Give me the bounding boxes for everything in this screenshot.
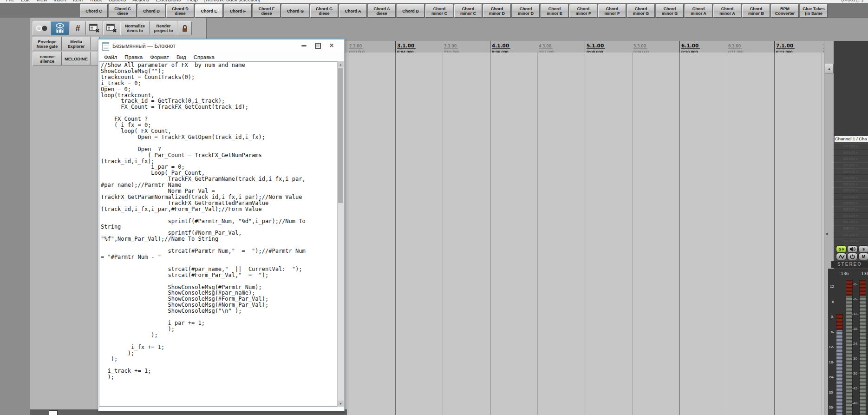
mixer-send-slot[interactable]: SEND ▸ [834,162,868,169]
ruler-mark: 3.3.00 0:05.000 [443,41,489,53]
chord-button[interactable]: Chord minor B [742,4,770,18]
mixer-send-slot[interactable]: SEND ▸ [834,194,868,200]
ruler-mark: 3.1.00 0:04.000 [395,41,443,53]
notepad-menu-item[interactable]: Правка [121,54,146,60]
chord-button[interactable]: Chord G diese [310,4,338,18]
send-fx-button[interactable]: S [836,245,847,253]
mute-button[interactable]: M [858,253,868,260]
meter-scale-label-left: 18- [828,360,834,364]
notepad-menu-item[interactable]: Формат [146,54,173,60]
mixer-send-slot[interactable]: SEND ▸ [834,200,868,206]
mixer-send-slot[interactable]: SEND ▸ [834,187,868,194]
phase-button[interactable] [836,253,847,260]
send-arrow-icon: ▸ [856,170,859,173]
mixer-send-slot[interactable]: SEND ▸ [834,231,868,238]
chord-button-label-line1: Chord A [373,7,390,11]
close-floating-window-button-1[interactable] [86,21,103,35]
chord-button[interactable]: Chord minor A [713,4,741,18]
notepad-scrollbar[interactable]: ▲ ▼ [337,61,344,407]
media-explorer-button[interactable]: Media Explorer [62,37,91,51]
render-project-button[interactable]: Render project to [150,21,177,35]
docker-toggle-button[interactable] [51,21,69,35]
mixer-send-slot[interactable]: SEND ▸ [834,168,868,175]
chord-button[interactable]: BPM Converter [771,4,799,18]
chord-button[interactable]: Chord minor C [454,4,482,18]
send-arrow-icon: ▸ [856,233,859,237]
minimize-button[interactable] [298,41,310,50]
chord-button[interactable]: Chord G [281,4,309,18]
speaker-button[interactable] [847,245,858,253]
power-button[interactable] [847,253,858,260]
chord-button[interactable]: Chord C diese [109,4,137,18]
chord-button[interactable]: Chord minor G [656,4,684,18]
send-arrow-icon: ▸ [856,220,859,224]
scrollbar-thumb[interactable] [338,68,343,203]
normalize-items-button[interactable]: Normalize items to [120,21,150,35]
chord-button[interactable]: Chord A diese [368,4,396,18]
mixer-send-slot[interactable]: SEND ▸ [834,156,868,162]
scroll-up-icon[interactable]: ▲ [338,61,344,67]
chord-buttons-row: Chord C Chord C diese Chord D Chord D di… [80,4,828,18]
send-arrow-icon: ▸ [856,214,859,217]
melodine-button[interactable]: MELODINE [62,52,91,66]
chord-button[interactable]: Chord C [80,4,108,18]
mixer-send-slot[interactable]: SEND ▸ [834,181,868,188]
close-button[interactable]: ✕ [326,41,338,50]
send-label: SEND [843,214,855,218]
chord-button[interactable]: Chord D [137,4,165,18]
chord-button[interactable]: Glue Takes (in Same [800,4,828,18]
chord-button[interactable]: Chord E [195,4,223,18]
notepad-menu-item[interactable]: Справка [190,54,218,60]
mixer-send-slot[interactable]: SEND ▸ [834,219,868,225]
mixer-send-slot[interactable]: SEND ▸ [834,150,868,156]
main-menu-items[interactable]: FileEditViewInsertItemTrackOptionsAction… [3,0,263,2]
chord-button[interactable]: Chord minor F [598,4,626,18]
notepad-menu-item[interactable]: Вид [173,54,190,60]
chord-button-label-line1: Chord G [316,7,333,11]
ruler-mark: 4.3.00 0:07.000 [537,41,584,53]
ruler-bar-label: 4.1.00 [492,42,510,49]
chord-button[interactable]: Chord minor D [483,4,511,18]
chord-button[interactable]: Chord minor E [541,4,568,18]
scrollbar-up-button[interactable]: ▲ [825,64,834,73]
notepad-titlebar[interactable]: Безымянный — Блокнот ✕ [98,40,344,53]
mixer-send-slot[interactable]: SEND ▸ [834,213,868,219]
solo-button[interactable]: s [858,245,868,253]
ruler-mark: 4.1.00 0:06.000 [490,41,537,53]
chord-button[interactable]: Chord minor C [425,4,453,18]
chord-button[interactable]: Chord D diese [166,4,194,18]
maximize-button[interactable] [312,41,324,50]
send-label: SEND [843,226,855,231]
mixer-send-slot[interactable]: SEND ▸ [834,206,868,213]
up-arrow-icon: ▲ [828,67,831,70]
send-label: SEND [843,163,855,167]
send-arrow-icon: ▸ [856,239,859,243]
lock-button[interactable] [177,21,192,35]
mixer-send-slot[interactable]: SEND ▸ [834,175,868,181]
chord-button-label-line2: (in Same [805,11,822,16]
notepad-text-area[interactable]: //Show All parameter of FX by num and na… [99,61,338,407]
scroll-down-icon[interactable]: ▼ [338,401,344,407]
mixer-channel-name[interactable]: Channel 1 / Cha [834,136,868,143]
chord-button[interactable]: Chord F diese [253,4,281,18]
chord-button[interactable]: Chord minor G [627,4,655,18]
pan-widget-icon[interactable]: ◄ [824,231,829,236]
chord-button[interactable]: Chord F [224,4,252,18]
chord-button[interactable]: Chord minor D [512,4,540,18]
chord-button[interactable]: Chord A [339,4,367,18]
notepad-menu-item[interactable]: Файл [100,54,121,60]
monitor-toggle-button[interactable] [33,21,51,35]
notepad-window-title: Безымянный — Блокнот [112,43,176,49]
mixer-send-slot[interactable]: SEND ▸ [834,225,868,232]
ruler-bar-label: 6.3.00 [728,43,742,49]
remove-silence-button[interactable]: remove silence [33,52,62,66]
mixer-send-slot[interactable]: SEND ▸ [834,143,868,150]
chord-button[interactable]: Chord B [397,4,424,18]
envelope-noisegate-button[interactable]: Envelope Noise gate [33,37,62,51]
chord-button-label-line1: Chord D [143,9,160,13]
grid-toggle-button[interactable]: # [70,21,86,35]
mixer-send-slot[interactable]: SEND ▸ [834,238,868,244]
close-floating-window-button-2[interactable] [103,21,120,35]
chord-button[interactable]: Chord minor A [685,4,712,18]
chord-button[interactable]: Chord minor F [569,4,597,18]
